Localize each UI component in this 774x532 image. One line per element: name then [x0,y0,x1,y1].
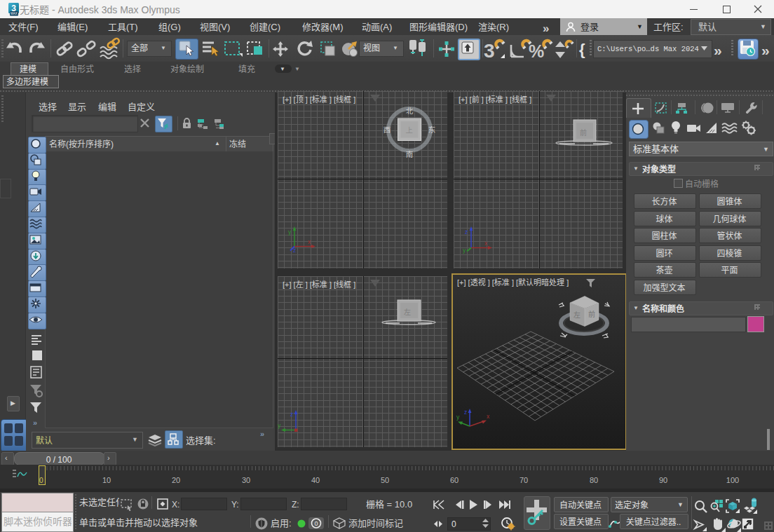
svg-text:%: % [529,41,544,61]
svg-text:MAX: MAX [11,12,18,15]
svg-text:前: 前 [588,308,595,319]
svg-text:z: z [290,409,293,418]
svg-text:x: x [484,238,488,247]
svg-text:x: x [308,237,311,245]
svg-text:0: 0 [314,520,318,527]
svg-text:前: 前 [580,127,587,137]
svg-text:z: z [293,245,296,254]
svg-text:y: y [288,227,292,236]
svg-text:东: 东 [428,124,436,135]
svg-text:左: 左 [404,306,411,317]
svg-text:上: 上 [405,124,413,135]
svg-text:南: 南 [406,149,414,159]
svg-text:x: x [487,411,490,420]
svg-text:y: y [456,412,460,421]
svg-text:z: z [465,227,468,236]
svg-text:左: 左 [573,309,580,320]
svg-text:z: z [464,407,467,416]
svg-text:北: 北 [406,105,414,116]
svg-text:3: 3 [484,40,495,62]
svg-text:西: 西 [383,124,391,135]
svg-text:y: y [278,421,281,429]
